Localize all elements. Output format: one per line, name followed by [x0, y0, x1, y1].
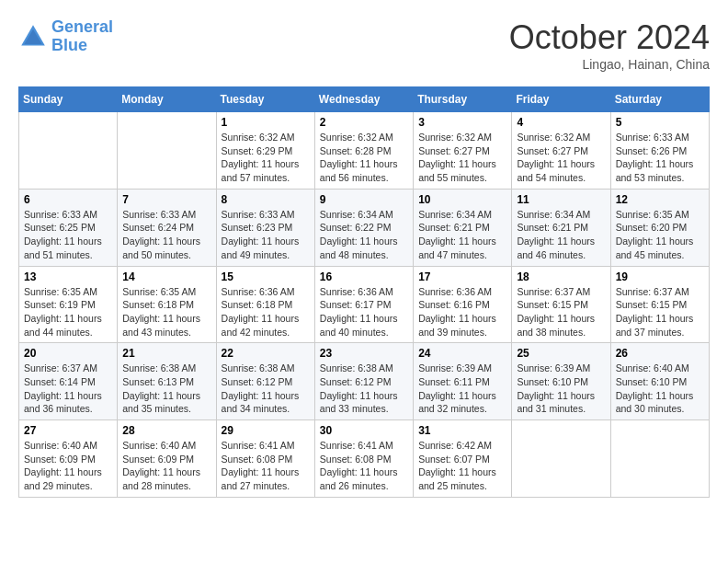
calendar-cell: 29Sunrise: 6:41 AMSunset: 6:08 PMDayligh… — [216, 420, 314, 498]
day-number: 18 — [517, 270, 605, 283]
day-number: 20 — [24, 347, 112, 360]
title-block: October 2024 Lingao, Hainan, China — [509, 18, 710, 72]
day-info: Sunrise: 6:33 AMSunset: 6:25 PMDaylight:… — [24, 208, 112, 262]
calendar-cell — [19, 112, 118, 190]
day-number: 25 — [517, 347, 605, 360]
day-info: Sunrise: 6:32 AMSunset: 6:28 PMDaylight:… — [320, 131, 408, 185]
day-info: Sunrise: 6:42 AMSunset: 6:07 PMDaylight:… — [418, 439, 506, 493]
day-number: 11 — [517, 193, 605, 206]
day-number: 10 — [418, 193, 506, 206]
calendar-cell: 6Sunrise: 6:33 AMSunset: 6:25 PMDaylight… — [19, 189, 118, 266]
calendar-cell: 1Sunrise: 6:32 AMSunset: 6:29 PMDaylight… — [216, 112, 314, 190]
day-number: 29 — [222, 424, 310, 437]
day-number: 23 — [320, 347, 408, 360]
day-info: Sunrise: 6:36 AMSunset: 6:16 PMDaylight:… — [418, 285, 506, 339]
day-info: Sunrise: 6:39 AMSunset: 6:11 PMDaylight:… — [418, 362, 506, 416]
day-number: 7 — [122, 193, 210, 206]
day-number: 16 — [320, 270, 408, 283]
logo-icon — [18, 22, 48, 52]
day-info: Sunrise: 6:33 AMSunset: 6:24 PMDaylight:… — [122, 208, 210, 262]
day-number: 4 — [517, 116, 605, 129]
day-number: 28 — [122, 424, 210, 437]
calendar-cell: 10Sunrise: 6:34 AMSunset: 6:21 PMDayligh… — [414, 189, 512, 266]
logo: General Blue — [18, 18, 113, 55]
day-info: Sunrise: 6:38 AMSunset: 6:13 PMDaylight:… — [122, 362, 210, 416]
day-info: Sunrise: 6:40 AMSunset: 6:10 PMDaylight:… — [616, 362, 704, 416]
day-number: 31 — [418, 424, 506, 437]
calendar-cell: 17Sunrise: 6:36 AMSunset: 6:16 PMDayligh… — [414, 266, 512, 343]
weekday-header: Wednesday — [314, 87, 413, 112]
day-info: Sunrise: 6:37 AMSunset: 6:15 PMDaylight:… — [616, 285, 704, 339]
day-number: 26 — [616, 347, 704, 360]
calendar-header-row: SundayMondayTuesdayWednesdayThursdayFrid… — [19, 87, 710, 112]
day-info: Sunrise: 6:40 AMSunset: 6:09 PMDaylight:… — [24, 439, 112, 493]
day-number: 3 — [418, 116, 506, 129]
calendar-cell: 7Sunrise: 6:33 AMSunset: 6:24 PMDaylight… — [118, 189, 216, 266]
day-info: Sunrise: 6:32 AMSunset: 6:27 PMDaylight:… — [517, 131, 605, 185]
calendar-week-row: 13Sunrise: 6:35 AMSunset: 6:19 PMDayligh… — [19, 266, 710, 343]
logo-blue: Blue — [51, 36, 87, 54]
calendar-cell: 16Sunrise: 6:36 AMSunset: 6:17 PMDayligh… — [314, 266, 413, 343]
day-number: 9 — [320, 193, 408, 206]
calendar-cell: 5Sunrise: 6:33 AMSunset: 6:26 PMDaylight… — [610, 112, 709, 190]
day-info: Sunrise: 6:32 AMSunset: 6:29 PMDaylight:… — [222, 131, 310, 185]
calendar-week-row: 6Sunrise: 6:33 AMSunset: 6:25 PMDaylight… — [19, 189, 710, 266]
page-header: General Blue October 2024 Lingao, Hainan… — [18, 18, 710, 72]
calendar-cell: 21Sunrise: 6:38 AMSunset: 6:13 PMDayligh… — [118, 343, 216, 420]
day-number: 30 — [320, 424, 408, 437]
month-title: October 2024 — [509, 18, 710, 57]
calendar-cell — [512, 420, 610, 498]
calendar-cell: 18Sunrise: 6:37 AMSunset: 6:15 PMDayligh… — [512, 266, 610, 343]
day-number: 22 — [222, 347, 310, 360]
weekday-header: Monday — [118, 87, 216, 112]
calendar-cell: 22Sunrise: 6:38 AMSunset: 6:12 PMDayligh… — [216, 343, 314, 420]
day-number: 8 — [222, 193, 310, 206]
day-info: Sunrise: 6:37 AMSunset: 6:14 PMDaylight:… — [24, 362, 112, 416]
day-number: 6 — [24, 193, 112, 206]
day-info: Sunrise: 6:40 AMSunset: 6:09 PMDaylight:… — [122, 439, 210, 493]
weekday-header: Saturday — [610, 87, 709, 112]
location: Lingao, Hainan, China — [509, 57, 710, 72]
calendar-cell: 14Sunrise: 6:35 AMSunset: 6:18 PMDayligh… — [118, 266, 216, 343]
day-number: 19 — [616, 270, 704, 283]
calendar-cell: 3Sunrise: 6:32 AMSunset: 6:27 PMDaylight… — [414, 112, 512, 190]
calendar-cell: 12Sunrise: 6:35 AMSunset: 6:20 PMDayligh… — [610, 189, 709, 266]
weekday-header: Thursday — [414, 87, 512, 112]
calendar-cell: 9Sunrise: 6:34 AMSunset: 6:22 PMDaylight… — [314, 189, 413, 266]
day-info: Sunrise: 6:33 AMSunset: 6:23 PMDaylight:… — [222, 208, 310, 262]
weekday-header: Sunday — [19, 87, 118, 112]
calendar-cell — [118, 112, 216, 190]
day-info: Sunrise: 6:33 AMSunset: 6:26 PMDaylight:… — [616, 131, 704, 185]
calendar-cell: 20Sunrise: 6:37 AMSunset: 6:14 PMDayligh… — [19, 343, 118, 420]
calendar-cell: 11Sunrise: 6:34 AMSunset: 6:21 PMDayligh… — [512, 189, 610, 266]
day-info: Sunrise: 6:36 AMSunset: 6:18 PMDaylight:… — [222, 285, 310, 339]
calendar-cell: 13Sunrise: 6:35 AMSunset: 6:19 PMDayligh… — [19, 266, 118, 343]
day-info: Sunrise: 6:38 AMSunset: 6:12 PMDaylight:… — [222, 362, 310, 416]
calendar-cell: 27Sunrise: 6:40 AMSunset: 6:09 PMDayligh… — [19, 420, 118, 498]
calendar-cell: 4Sunrise: 6:32 AMSunset: 6:27 PMDaylight… — [512, 112, 610, 190]
day-info: Sunrise: 6:37 AMSunset: 6:15 PMDaylight:… — [517, 285, 605, 339]
calendar-week-row: 1Sunrise: 6:32 AMSunset: 6:29 PMDaylight… — [19, 112, 710, 190]
day-info: Sunrise: 6:34 AMSunset: 6:22 PMDaylight:… — [320, 208, 408, 262]
calendar-cell: 25Sunrise: 6:39 AMSunset: 6:10 PMDayligh… — [512, 343, 610, 420]
logo-general: General — [51, 17, 113, 36]
day-info: Sunrise: 6:34 AMSunset: 6:21 PMDaylight:… — [517, 208, 605, 262]
calendar-cell: 31Sunrise: 6:42 AMSunset: 6:07 PMDayligh… — [414, 420, 512, 498]
calendar-cell: 8Sunrise: 6:33 AMSunset: 6:23 PMDaylight… — [216, 189, 314, 266]
calendar-cell: 26Sunrise: 6:40 AMSunset: 6:10 PMDayligh… — [610, 343, 709, 420]
calendar-week-row: 20Sunrise: 6:37 AMSunset: 6:14 PMDayligh… — [19, 343, 710, 420]
day-number: 2 — [320, 116, 408, 129]
calendar-week-row: 27Sunrise: 6:40 AMSunset: 6:09 PMDayligh… — [19, 420, 710, 498]
calendar-cell: 30Sunrise: 6:41 AMSunset: 6:08 PMDayligh… — [314, 420, 413, 498]
day-info: Sunrise: 6:32 AMSunset: 6:27 PMDaylight:… — [418, 131, 506, 185]
day-number: 5 — [616, 116, 704, 129]
calendar-cell: 15Sunrise: 6:36 AMSunset: 6:18 PMDayligh… — [216, 266, 314, 343]
day-number: 24 — [418, 347, 506, 360]
day-number: 1 — [222, 116, 310, 129]
logo-text: General Blue — [51, 18, 113, 55]
day-number: 27 — [24, 424, 112, 437]
day-info: Sunrise: 6:35 AMSunset: 6:20 PMDaylight:… — [616, 208, 704, 262]
day-number: 21 — [122, 347, 210, 360]
calendar-cell: 19Sunrise: 6:37 AMSunset: 6:15 PMDayligh… — [610, 266, 709, 343]
calendar-table: SundayMondayTuesdayWednesdayThursdayFrid… — [18, 86, 710, 498]
